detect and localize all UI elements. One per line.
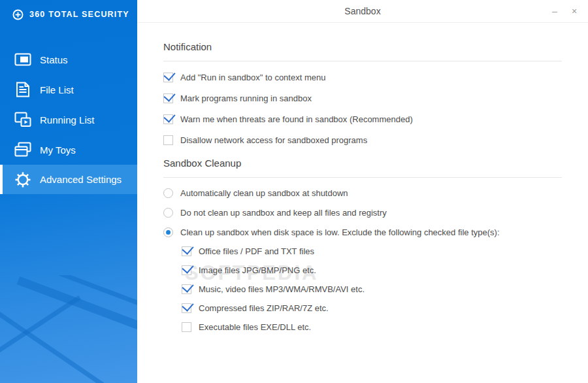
checkbox-label: Disallow network access for sandboxed pr…: [178, 135, 367, 145]
brand-name: 360 TOTAL SECURITY: [29, 10, 129, 19]
checkbox-label: Add "Run in sandbox" to context menu: [178, 73, 325, 82]
close-button[interactable]: ×: [567, 4, 581, 18]
checkbox[interactable]: [182, 246, 191, 256]
checkbox-row-mark-programs[interactable]: Mark programs running in sandbox: [163, 88, 562, 108]
sidebar-item-status[interactable]: Status: [0, 44, 137, 75]
radio-row-clean-when-low-disk[interactable]: Clean up sandbox when disk space is low.…: [163, 222, 562, 242]
sidebar-item-running-list[interactable]: Running List: [0, 105, 137, 135]
sidebar: 360 TOTAL SECURITY Status: [0, 0, 137, 383]
sidebar-item-label: Status: [40, 54, 68, 65]
checkbox-row-compressed-files[interactable]: Compressed files ZIP/RAR/7Z etc.: [182, 299, 562, 318]
sidebar-item-label: Running List: [40, 114, 94, 125]
checkbox-label: Mark programs running in sandbox: [178, 93, 312, 103]
sidebar-item-my-toys[interactable]: My Toys: [0, 135, 137, 165]
section-heading-sandbox-cleanup: Sandbox Cleanup: [163, 150, 562, 177]
radio-button[interactable]: [163, 227, 173, 237]
sidebar-item-label: Advanced Settings: [40, 174, 122, 185]
section-heading-notification: Notification: [163, 41, 562, 61]
radio-row-clean-at-shutdown[interactable]: Automatically clean up sandbox at shutdo…: [163, 183, 562, 203]
sidebar-item-label: File List: [40, 84, 74, 95]
checkbox-label: Image files JPG/BMP/PNG etc.: [197, 265, 316, 275]
checkbox[interactable]: [182, 284, 191, 294]
sidebar-item-advanced-settings[interactable]: Advanced Settings: [0, 165, 137, 194]
my-toys-icon: [14, 142, 31, 158]
radio-label: Automatically clean up sandbox at shutdo…: [178, 188, 348, 198]
status-icon: [14, 52, 31, 67]
sidebar-nav: Status File List: [0, 44, 137, 194]
titlebar: Sandbox – ×: [137, 0, 588, 23]
checkbox[interactable]: [163, 73, 173, 82]
checkbox-row-image-files[interactable]: Image files JPG/BMP/PNG etc.: [182, 261, 562, 280]
checkbox-label: Warn me when threats are found in sandbo…: [178, 114, 413, 124]
page-title: Sandbox: [344, 6, 380, 16]
checkbox-label: Compressed files ZIP/RAR/7Z etc.: [197, 303, 329, 313]
sidebar-decoration: [0, 275, 137, 383]
window-controls: – ×: [547, 0, 581, 22]
checkbox[interactable]: [163, 114, 173, 124]
app-window: 360 TOTAL SECURITY Status: [0, 0, 588, 383]
settings-content: Notification Add "Run in sandbox" to con…: [137, 23, 588, 337]
radio-button[interactable]: [163, 208, 173, 218]
checkbox-row-disallow-network[interactable]: Disallow network access for sandboxed pr…: [163, 129, 562, 150]
radio-row-do-not-clean[interactable]: Do not clean up sandbox and keep all fil…: [163, 203, 562, 222]
checkbox-row-music-video-files[interactable]: Music, video files MP3/WMA/RMVB/AVI etc.: [182, 280, 562, 299]
checkbox[interactable]: [182, 265, 191, 275]
gear-icon: [14, 172, 31, 188]
minimize-button[interactable]: –: [547, 4, 562, 18]
main-panel: Sandbox – × SOFTPEDIA Notification Add "…: [137, 0, 588, 383]
checkbox-label: Executable files EXE/DLL etc.: [197, 322, 311, 332]
sidebar-item-file-list[interactable]: File List: [0, 75, 137, 105]
checkbox-row-context-menu[interactable]: Add "Run in sandbox" to context menu: [163, 67, 562, 88]
running-list-icon: [14, 112, 31, 127]
checkbox-label: Music, video files MP3/WMA/RMVB/AVI etc.: [197, 284, 365, 294]
checkbox[interactable]: [163, 135, 173, 145]
file-list-icon: [14, 82, 31, 97]
radio-button[interactable]: [163, 188, 173, 198]
checkbox[interactable]: [182, 322, 191, 332]
brand-circle-plus-icon: [12, 9, 24, 20]
radio-label: Clean up sandbox when disk space is low.…: [178, 227, 500, 237]
radio-label: Do not clean up sandbox and keep all fil…: [178, 208, 387, 218]
checkbox-row-executable-files[interactable]: Executable files EXE/DLL etc.: [182, 318, 562, 337]
app-logo: 360 TOTAL SECURITY: [0, 0, 137, 22]
checkbox[interactable]: [163, 93, 173, 103]
checkbox-label: Office files / PDF and TXT files: [197, 246, 314, 256]
sidebar-item-label: My Toys: [40, 144, 76, 156]
checkbox[interactable]: [182, 303, 191, 313]
checkbox-row-warn-threats[interactable]: Warn me when threats are found in sandbo…: [163, 108, 562, 129]
checkbox-row-office-files[interactable]: Office files / PDF and TXT files: [182, 242, 562, 261]
